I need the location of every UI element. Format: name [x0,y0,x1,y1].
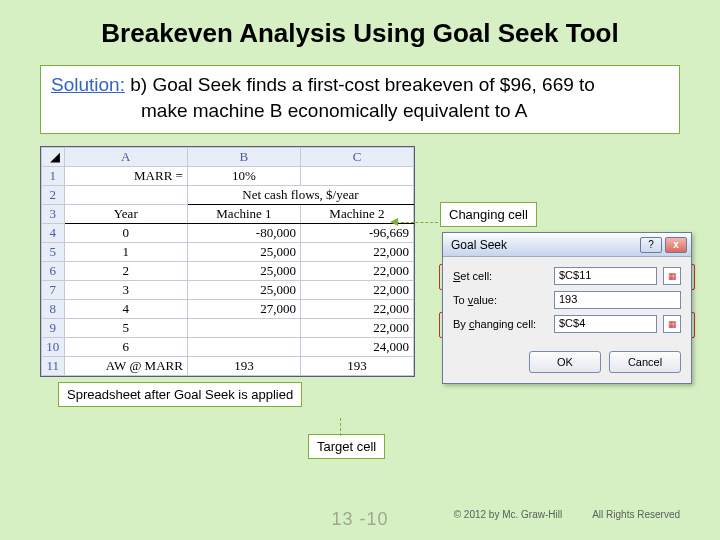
annotation-changing-cell: Changing cell [440,202,537,227]
by-changing-input[interactable]: $C$4 [554,315,657,333]
cell[interactable]: -80,000 [187,224,300,243]
cell[interactable]: 1 [64,243,187,262]
arrow-icon [390,218,398,226]
ok-button[interactable]: OK [529,351,601,373]
cell[interactable]: AW @ MARR [64,357,187,376]
cell[interactable]: 5 [64,319,187,338]
cell[interactable]: 2 [64,262,187,281]
cancel-button[interactable]: Cancel [609,351,681,373]
rights: All Rights Reserved [592,509,680,520]
spreadsheet: ◢ A B C 1 MARR = 10% 2 Net cash flows, $… [40,146,415,377]
cell[interactable]: 10% [187,167,300,186]
close-button[interactable]: x [665,237,687,253]
cell[interactable]: 4 [64,300,187,319]
cell[interactable] [64,186,187,205]
to-value-input[interactable]: 193 [554,291,681,309]
annotation-applied: Spreadsheet after Goal Seek is applied [58,382,302,407]
cell[interactable]: Machine 1 [187,205,300,224]
cell[interactable] [187,338,300,357]
cell[interactable]: 25,000 [187,243,300,262]
row-header[interactable]: 9 [42,319,65,338]
footer: 13 -10 © 2012 by Mc. Graw-Hill All Right… [0,509,720,530]
row-header[interactable]: 7 [42,281,65,300]
sheet-corner[interactable]: ◢ [42,148,65,167]
row-header[interactable]: 8 [42,300,65,319]
cell[interactable]: 22,000 [300,243,413,262]
cell[interactable] [187,319,300,338]
cell[interactable]: 24,000 [300,338,413,357]
row-header[interactable]: 6 [42,262,65,281]
row-header[interactable]: 4 [42,224,65,243]
cell[interactable]: 27,000 [187,300,300,319]
cell[interactable]: 193 [187,357,300,376]
dialog-titlebar[interactable]: Goal Seek ? x [443,233,691,257]
row-header[interactable]: 2 [42,186,65,205]
cell[interactable]: 6 [64,338,187,357]
row-header[interactable]: 3 [42,205,65,224]
col-header-a[interactable]: A [64,148,187,167]
cell[interactable]: 22,000 [300,262,413,281]
cell[interactable]: 25,000 [187,281,300,300]
set-cell-input[interactable]: $C$11 [554,267,657,285]
row-header[interactable]: 10 [42,338,65,357]
page-title: Breakeven Analysis Using Goal Seek Tool [0,0,720,57]
solution-box: Solution: b) Goal Seek finds a first-cos… [40,65,680,134]
to-value-label: To value: [453,294,548,306]
range-picker-icon[interactable]: ▦ [663,315,681,333]
set-cell-label: Set cell: [453,270,548,282]
cell[interactable]: MARR = [64,167,187,186]
cell[interactable]: 25,000 [187,262,300,281]
cell[interactable]: 3 [64,281,187,300]
connector [396,222,438,223]
cell[interactable]: 22,000 [300,319,413,338]
row-header[interactable]: 5 [42,243,65,262]
solution-line2: make machine B economically equivalent t… [51,98,669,124]
cell[interactable]: 193 [300,357,413,376]
page-number: 13 -10 [331,509,388,530]
cell[interactable]: 0 [64,224,187,243]
row-header[interactable]: 1 [42,167,65,186]
cell[interactable] [300,167,413,186]
annotation-target-cell: Target cell [308,434,385,459]
cell[interactable]: 22,000 [300,281,413,300]
cell[interactable]: 22,000 [300,300,413,319]
goal-seek-dialog: Goal Seek ? x Set cell: $C$11 ▦ To value… [442,232,692,384]
solution-label: Solution: [51,74,125,95]
col-header-b[interactable]: B [187,148,300,167]
range-picker-icon[interactable]: ▦ [663,267,681,285]
help-button[interactable]: ? [640,237,662,253]
solution-line1: b) Goal Seek finds a first-cost breakeve… [125,74,595,95]
dialog-title-text: Goal Seek [451,238,507,252]
row-header[interactable]: 11 [42,357,65,376]
cell[interactable]: Year [64,205,187,224]
by-changing-label: By changing cell: [453,318,548,330]
col-header-c[interactable]: C [300,148,413,167]
ncf-label[interactable]: Net cash flows, $/year [187,186,413,205]
copyright: © 2012 by Mc. Graw-Hill [454,509,563,520]
cell[interactable]: -96,669 [300,224,413,243]
connector [340,418,341,436]
